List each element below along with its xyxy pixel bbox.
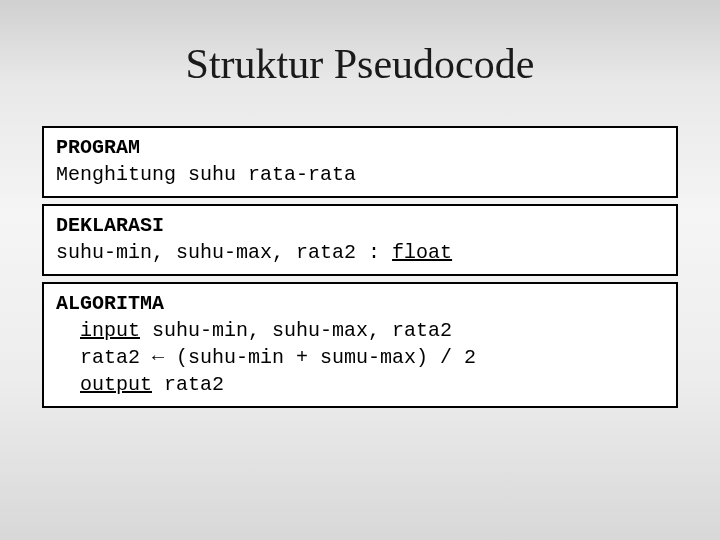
deklarasi-heading: DEKLARASI xyxy=(56,212,664,239)
output-keyword: output xyxy=(80,373,152,396)
slide-title: Struktur Pseudocode xyxy=(42,40,678,88)
algoritma-input-line: input suhu-min, suhu-max, rata2 xyxy=(56,317,664,344)
program-box: PROGRAM Menghitung suhu rata-rata xyxy=(42,126,678,198)
input-keyword: input xyxy=(80,319,140,342)
deklarasi-box: DEKLARASI suhu-min, suhu-max, rata2 : fl… xyxy=(42,204,678,276)
program-heading: PROGRAM xyxy=(56,134,664,161)
algoritma-assign-line: rata2 ← (suhu-min + sumu-max) / 2 xyxy=(56,344,664,371)
program-body: Menghitung suhu rata-rata xyxy=(56,161,664,188)
output-rest: rata2 xyxy=(152,373,224,396)
deklarasi-vars: suhu-min, suhu-max, rata2 : xyxy=(56,241,392,264)
algoritma-box: ALGORITMA input suhu-min, suhu-max, rata… xyxy=(42,282,678,408)
algoritma-output-line: output rata2 xyxy=(56,371,664,398)
deklarasi-body: suhu-min, suhu-max, rata2 : float xyxy=(56,239,664,266)
algoritma-heading: ALGORITMA xyxy=(56,290,664,317)
slide: Struktur Pseudocode PROGRAM Menghitung s… xyxy=(0,0,720,540)
input-rest: suhu-min, suhu-max, rata2 xyxy=(140,319,452,342)
deklarasi-type: float xyxy=(392,241,452,264)
